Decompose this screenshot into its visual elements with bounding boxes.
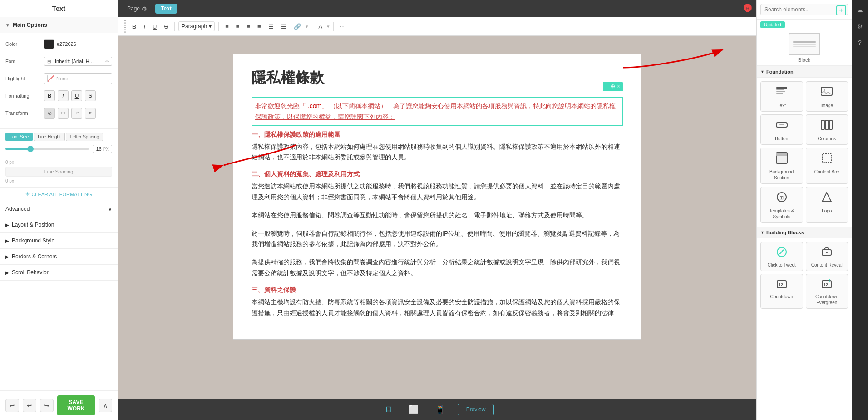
element-image[interactable]: Image <box>806 81 848 112</box>
ordered-list-btn[interactable]: ☰ <box>278 22 289 31</box>
text-element-icon <box>775 85 788 101</box>
svg-rect-3 <box>776 89 784 90</box>
strike-toolbar-btn[interactable]: S <box>161 22 171 31</box>
element-text[interactable]: Text <box>760 81 803 112</box>
line-height-tab[interactable]: Line Height <box>34 133 65 141</box>
search-input[interactable] <box>760 4 848 15</box>
transform-capitalize-button[interactable]: Tt <box>71 108 82 119</box>
bb-content-reveal[interactable]: Content Reveal <box>806 242 848 271</box>
strikethrough-button[interactable]: S <box>85 90 96 101</box>
font-size-tab[interactable]: Font Size <box>5 133 33 141</box>
mobile-view-button[interactable]: 📱 <box>431 403 449 416</box>
highlight-selector[interactable]: None <box>44 73 112 84</box>
slider-fill <box>5 148 30 150</box>
building-blocks-grid: Click to Tweet Content Reveal 12 Countdo… <box>757 238 852 312</box>
section1-title: 一、隱私權保護政策的適用範圍 <box>252 131 623 139</box>
save-work-button[interactable]: SAVE WORK <box>57 395 95 415</box>
link-btn[interactable]: 🔗 <box>291 22 304 31</box>
transform-uppercase-button[interactable]: TT <box>58 108 69 119</box>
align-left-btn[interactable]: ≡ <box>222 22 232 31</box>
save-bar: ↩ ↩ ↪ SAVE WORK ∧ <box>0 390 118 420</box>
scroll-behavior-section[interactable]: ▶ Scroll Behavior <box>0 265 118 281</box>
bold-toolbar-btn[interactable]: B <box>129 22 139 31</box>
save-expand-button[interactable]: ∧ <box>99 399 112 412</box>
font-size-input[interactable]: 16 PX <box>93 145 112 153</box>
sel-close-icon[interactable]: × <box>617 83 620 89</box>
advanced-section[interactable]: Advanced ∨ <box>0 201 118 217</box>
bb-countdown[interactable]: 12 Countdown <box>760 274 803 309</box>
sel-duplicate-icon[interactable]: ⊕ <box>611 83 615 89</box>
block-icon[interactable] <box>789 33 820 55</box>
far-right-strip: ☁ ⚙ ? <box>852 0 868 420</box>
tablet-view-button[interactable]: ⬜ <box>405 403 422 416</box>
add-element-button[interactable]: + <box>836 5 846 15</box>
panel-title: Text <box>0 0 118 17</box>
dh-dot3 <box>124 25 126 26</box>
underline-button[interactable]: U <box>71 90 82 101</box>
templates-element-icon: ⊞ <box>775 191 788 206</box>
desktop-view-button[interactable]: 🖥 <box>380 403 396 416</box>
element-logo[interactable]: Logo <box>806 187 848 223</box>
section1-text: 隱私權保護政策內容，包括本網站如何處理在您使用網站服務時收集到的個人識別資料。隱… <box>252 142 623 163</box>
italic-button[interactable]: I <box>58 90 69 101</box>
asterisk-icon: ✳ <box>25 191 30 197</box>
transform-lowercase-button[interactable]: tt <box>85 108 96 119</box>
bb-tri-icon: ▼ <box>760 230 764 235</box>
svg-rect-10 <box>821 120 824 129</box>
page-tab[interactable]: Page ⚙ <box>123 4 152 14</box>
bb-click-to-tweet[interactable]: Click to Tweet <box>760 242 803 271</box>
align-justify-btn[interactable]: ≡ <box>255 22 264 31</box>
borders-corners-section[interactable]: ▶ Borders & Corners <box>0 249 118 265</box>
drag-handle[interactable] <box>123 20 128 33</box>
svg-text:12: 12 <box>824 282 828 287</box>
selected-text-box[interactable]: + ⊕ × 非常歡迎您光臨「 .com」 （以下簡稱本網站），為了讓您能夠安心使… <box>252 97 623 126</box>
settings-icon: ⚙ <box>142 5 147 12</box>
logo-element-icon <box>820 191 833 206</box>
preview-button[interactable]: Preview <box>458 404 494 415</box>
font-selector[interactable]: ⊞ Inherit: [Arial, H... ✏ <box>44 57 112 66</box>
settings-icon[interactable]: ⚙ <box>853 20 866 33</box>
underline-toolbar-btn[interactable]: U <box>150 22 159 31</box>
italic-toolbar-btn[interactable]: I <box>141 22 148 31</box>
element-columns[interactable]: Columns <box>806 114 848 145</box>
undo-button[interactable]: ↩ <box>5 399 19 412</box>
scroll-behavior-label: Scroll Behavior <box>12 269 49 276</box>
bottom-bar: 🖥 ⬜ 📱 Preview <box>118 399 756 420</box>
element-content-box[interactable]: Content Box <box>806 148 848 184</box>
letter-spacing-tab[interactable]: Letter Spacing <box>66 133 104 141</box>
transform-none-button[interactable]: ⊘ <box>44 108 55 119</box>
align-right-btn[interactable]: ≡ <box>244 22 253 31</box>
block-section: Block <box>757 30 852 66</box>
text-color-btn[interactable]: A <box>316 22 326 31</box>
svg-text:⊞: ⊞ <box>779 195 784 200</box>
clear-formatting-button[interactable]: ✳ CLEAR ALL FORMATTING <box>0 187 118 201</box>
main-options-header[interactable]: ▼ Main Options <box>0 17 118 33</box>
layout-position-section[interactable]: ▶ Layout & Position <box>0 217 118 233</box>
text-element-label: Text <box>778 103 786 109</box>
help-icon[interactable]: ? <box>853 36 866 49</box>
cloud-icon[interactable]: ☁ <box>853 4 866 16</box>
font-row: Font ⊞ Inherit: [Arial, H... ✏ <box>5 55 112 68</box>
sel-add-icon[interactable]: + <box>606 83 609 89</box>
text-tab[interactable]: Text <box>155 4 177 14</box>
bb-countdown-evergreen[interactable]: 12 Countdown Evergreen <box>806 274 848 309</box>
content-box-element-label: Content Box <box>814 169 839 175</box>
content-canvas[interactable]: 隱私權條款 + ⊕ × 非常歡迎您光臨「 .com」 （以下簡稱本網站），為了讓… <box>233 54 641 340</box>
element-bg-section[interactable]: Background Section <box>760 148 803 184</box>
more-options-btn[interactable]: ⋯ <box>337 22 349 31</box>
undo2-button[interactable]: ↩ <box>23 399 36 412</box>
unordered-list-btn[interactable]: ☰ <box>266 22 276 31</box>
redo-button[interactable]: ↪ <box>40 399 54 412</box>
font-edit-icon[interactable]: ✏ <box>105 59 109 64</box>
bold-button[interactable]: B <box>44 90 55 101</box>
spacing-row-1: 0 px <box>5 160 112 165</box>
color-swatch[interactable] <box>44 39 54 49</box>
paragraph-select[interactable]: Paragraph ▾ <box>178 21 215 31</box>
element-button[interactable]: Button <box>760 114 803 145</box>
updated-badge-text: Updated <box>760 21 785 28</box>
toolbar-sep4 <box>333 22 334 31</box>
font-size-slider[interactable] <box>5 148 89 150</box>
align-center-btn[interactable]: ≡ <box>233 22 242 31</box>
element-templates[interactable]: ⊞ Templates & Symbols <box>760 187 803 223</box>
background-style-section[interactable]: ▶ Background Style <box>0 233 118 249</box>
